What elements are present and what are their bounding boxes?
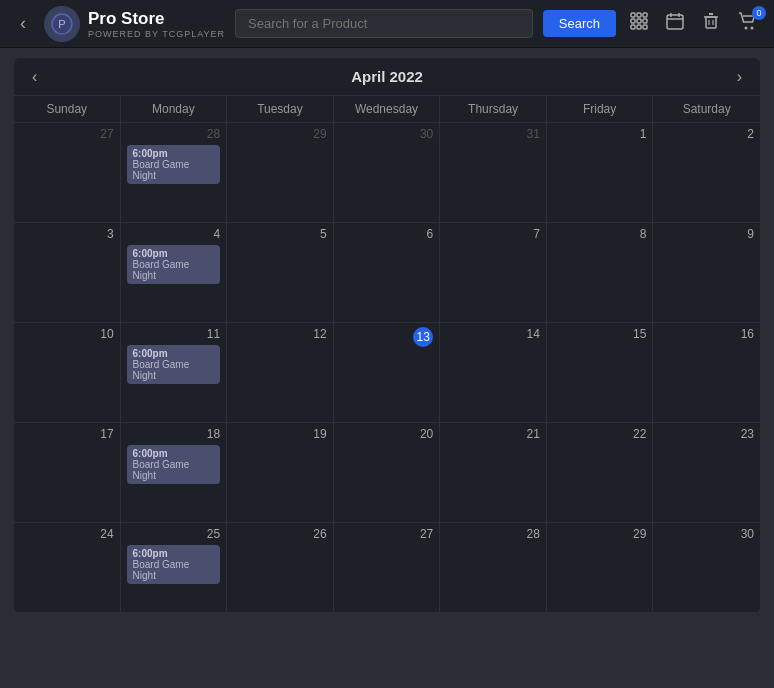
back-button[interactable]: ‹ (12, 9, 34, 38)
day-label-tuesday: Tuesday (227, 96, 334, 122)
next-month-button[interactable]: › (729, 64, 750, 90)
cell-date: 28 (446, 527, 540, 541)
cell-date: 29 (553, 527, 647, 541)
svg-rect-10 (643, 25, 647, 29)
calendar-cell[interactable]: 7 (440, 223, 547, 323)
cell-date: 21 (446, 427, 540, 441)
calendar-cell[interactable]: 15 (547, 323, 654, 423)
calendar-cell[interactable]: 30 (653, 523, 760, 613)
cell-date: 29 (233, 127, 327, 141)
cell-date: 30 (659, 527, 754, 541)
cell-date: 25 (127, 527, 221, 541)
calendar-cell[interactable]: 27 (334, 523, 441, 613)
event-block[interactable]: 6:00pmBoard Game Night (127, 445, 221, 484)
cell-date: 14 (446, 327, 540, 341)
app-subtitle: POWERED BY TCGPLAYER (88, 29, 225, 39)
calendar-cell[interactable]: 23 (653, 423, 760, 523)
calendar-cell[interactable]: 13 (334, 323, 441, 423)
cell-date: 24 (20, 527, 114, 541)
calendar-cell[interactable]: 116:00pmBoard Game Night (121, 323, 228, 423)
event-time: 6:00pm (133, 248, 215, 259)
trash-button[interactable] (698, 8, 724, 39)
calendar-cell[interactable]: 8 (547, 223, 654, 323)
day-label-saturday: Saturday (653, 96, 760, 122)
cell-date: 4 (127, 227, 221, 241)
calendar-cell[interactable]: 6 (334, 223, 441, 323)
cell-date: 18 (127, 427, 221, 441)
logo-text: Pro Store POWERED BY TCGPLAYER (88, 9, 225, 39)
calendar-cell[interactable]: 256:00pmBoard Game Night (121, 523, 228, 613)
cell-date: 11 (127, 327, 221, 341)
day-label-friday: Friday (547, 96, 654, 122)
cell-date: 31 (446, 127, 540, 141)
calendar-cell[interactable]: 27 (14, 123, 121, 223)
logo-icon: P (44, 6, 80, 42)
day-label-wednesday: Wednesday (334, 96, 441, 122)
event-block[interactable]: 6:00pmBoard Game Night (127, 545, 221, 584)
header-icons: 0 (626, 8, 762, 39)
calendar-cell[interactable]: 29 (227, 123, 334, 223)
event-name: Board Game Night (133, 559, 215, 581)
search-input[interactable] (235, 9, 533, 38)
app-title: Pro Store (88, 9, 225, 29)
cell-date: 22 (553, 427, 647, 441)
cell-date: 3 (20, 227, 114, 241)
calendar-cell[interactable]: 22 (547, 423, 654, 523)
calendar-cell[interactable]: 1 (547, 123, 654, 223)
calendar-cell[interactable]: 31 (440, 123, 547, 223)
calendar-cell[interactable]: 5 (227, 223, 334, 323)
event-name: Board Game Night (133, 459, 215, 481)
cell-date: 30 (340, 127, 434, 141)
event-block[interactable]: 6:00pmBoard Game Night (127, 145, 221, 184)
calendar-cell[interactable]: 17 (14, 423, 121, 523)
prev-month-button[interactable]: ‹ (24, 64, 45, 90)
svg-rect-3 (637, 13, 641, 17)
cell-date: 28 (127, 127, 221, 141)
calendar-button[interactable] (662, 8, 688, 39)
event-time: 6:00pm (133, 548, 215, 559)
cell-date: 12 (233, 327, 327, 341)
calendar-cell[interactable]: 46:00pmBoard Game Night (121, 223, 228, 323)
event-block[interactable]: 6:00pmBoard Game Night (127, 245, 221, 284)
cell-date: 19 (233, 427, 327, 441)
calendar-cell[interactable]: 28 (440, 523, 547, 613)
calendar-cell[interactable]: 21 (440, 423, 547, 523)
calendar-cell[interactable]: 9 (653, 223, 760, 323)
cart-button[interactable]: 0 (734, 8, 762, 39)
calendar-cell[interactable]: 20 (334, 423, 441, 523)
svg-rect-11 (667, 15, 683, 29)
calendar-cell[interactable]: 30 (334, 123, 441, 223)
calendar-cell[interactable]: 29 (547, 523, 654, 613)
search-button[interactable]: Search (543, 10, 616, 37)
calendar-cell[interactable]: 26 (227, 523, 334, 613)
svg-rect-5 (643, 13, 647, 17)
calendar-cell[interactable]: 286:00pmBoard Game Night (121, 123, 228, 223)
calendar-cell[interactable]: 14 (440, 323, 547, 423)
calendar-cell[interactable]: 2 (653, 123, 760, 223)
calendar-cell[interactable]: 24 (14, 523, 121, 613)
calendar-cell[interactable]: 16 (653, 323, 760, 423)
cell-date: 27 (340, 527, 434, 541)
cell-date: 27 (20, 127, 114, 141)
calendar: ‹ April 2022 › Sunday Monday Tuesday Wed… (14, 58, 760, 613)
scanner-button[interactable] (626, 8, 652, 39)
svg-rect-15 (706, 17, 716, 28)
event-block[interactable]: 6:00pmBoard Game Night (127, 345, 221, 384)
svg-point-20 (745, 27, 748, 30)
cell-date: 9 (659, 227, 754, 241)
calendar-cell[interactable]: 186:00pmBoard Game Night (121, 423, 228, 523)
svg-rect-9 (637, 25, 641, 29)
calendar-cell[interactable]: 10 (14, 323, 121, 423)
event-time: 6:00pm (133, 148, 215, 159)
svg-rect-8 (631, 25, 635, 29)
svg-rect-2 (631, 13, 635, 17)
event-time: 6:00pm (133, 448, 215, 459)
calendar-grid: 27286:00pmBoard Game Night29303112346:00… (14, 123, 760, 613)
calendar-cell[interactable]: 12 (227, 323, 334, 423)
cell-date: 13 (413, 327, 433, 347)
event-name: Board Game Night (133, 259, 215, 281)
cell-date: 17 (20, 427, 114, 441)
calendar-title: April 2022 (351, 68, 423, 85)
calendar-cell[interactable]: 3 (14, 223, 121, 323)
calendar-cell[interactable]: 19 (227, 423, 334, 523)
